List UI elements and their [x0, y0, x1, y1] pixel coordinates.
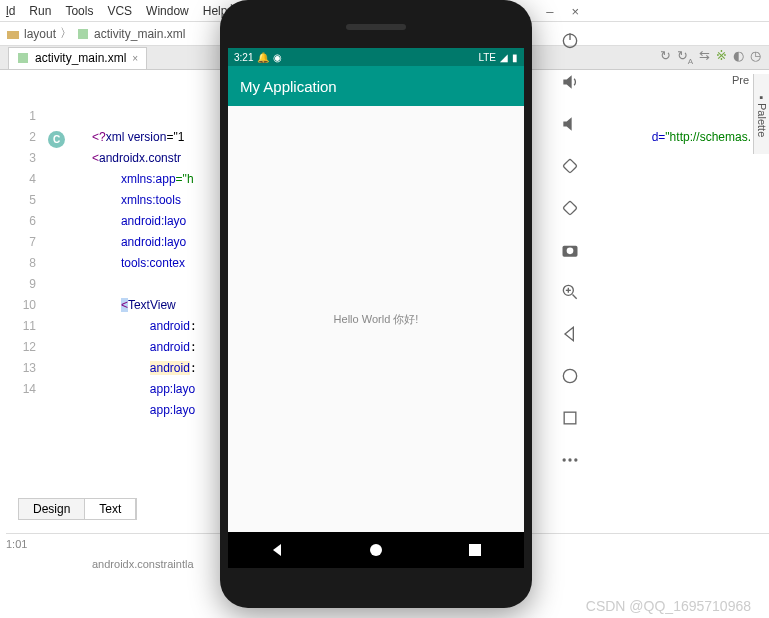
preview-panel-tab[interactable]: Pre [732, 74, 749, 86]
rotate-left-button[interactable] [558, 154, 582, 178]
svg-rect-0 [7, 31, 19, 39]
folder-icon [6, 27, 20, 41]
back-button[interactable] [558, 322, 582, 346]
minimize-button[interactable]: – [546, 4, 553, 19]
svg-point-18 [370, 544, 382, 556]
tab-text[interactable]: Text [85, 499, 136, 519]
nav-recent-icon[interactable] [467, 542, 483, 558]
file-tab-activity-main[interactable]: activity_main.xml × [8, 47, 147, 69]
refresh-a-icon[interactable]: ↻A [677, 48, 693, 66]
volume-down-button[interactable] [558, 112, 582, 136]
schema-fragment: d="http://schemas. [652, 130, 751, 144]
xml-file-icon [17, 52, 29, 64]
svg-rect-14 [564, 412, 576, 424]
nav-back-icon[interactable] [269, 542, 285, 558]
menu-tools[interactable]: Tools [65, 4, 93, 18]
bell-icon: 🔔 [257, 52, 269, 63]
app-content: Hello World 你好! [228, 106, 524, 532]
palette-panel-tab[interactable]: ▪ Palette [753, 74, 769, 154]
svg-point-13 [563, 369, 576, 382]
close-tab-icon[interactable]: × [132, 53, 138, 64]
watermark: CSDN @QQ_1695710968 [586, 598, 751, 614]
breadcrumb-layout[interactable]: layout [24, 27, 56, 41]
element-path: androidx.constraintla [92, 558, 194, 570]
tab-design[interactable]: Design [19, 499, 85, 519]
rotate-right-button[interactable] [558, 196, 582, 220]
battery-icon: ▮ [512, 52, 518, 63]
svg-point-16 [568, 458, 571, 461]
menu-vcs[interactable]: VCS [107, 4, 132, 18]
class-badge-icon: C [48, 131, 65, 148]
emulator-device: 3:21 🔔 ◉ LTE◢▮ My Application Hello Worl… [220, 0, 532, 608]
svg-rect-2 [18, 53, 28, 63]
breadcrumb-file[interactable]: activity_main.xml [94, 27, 185, 41]
close-window-button[interactable]: × [571, 4, 579, 19]
hello-text: Hello World 你好! [334, 312, 419, 327]
svg-line-10 [573, 295, 577, 299]
more-button[interactable] [558, 448, 582, 472]
menu-run[interactable]: Run [29, 4, 51, 18]
svg-rect-5 [563, 159, 577, 173]
menu-build[interactable]: ld [6, 4, 15, 18]
preview-toolbar: ↻ ↻A ⇆ ※ ◐ ◷ [660, 48, 761, 66]
refresh-icon[interactable]: ↻ [660, 48, 671, 66]
svg-rect-1 [78, 29, 88, 39]
app-bar: My Application [228, 66, 524, 106]
menu-window[interactable]: Window [146, 4, 189, 18]
zoom-button[interactable] [558, 280, 582, 304]
settings-icon[interactable]: ◐ [733, 48, 744, 66]
network-label: LTE [478, 52, 496, 63]
camera-button[interactable] [558, 238, 582, 262]
overview-button[interactable] [558, 406, 582, 430]
svg-point-15 [563, 458, 566, 461]
app-title: My Application [240, 78, 337, 95]
editor-mode-tabs: Design Text [18, 498, 137, 520]
phone-speaker [346, 24, 406, 30]
gauge-icon[interactable]: ◷ [750, 48, 761, 66]
android-nav-bar [228, 532, 524, 568]
bug-icon[interactable]: ※ [716, 48, 727, 66]
circle-icon: ◉ [273, 52, 282, 63]
device-screen[interactable]: 3:21 🔔 ◉ LTE◢▮ My Application Hello Worl… [228, 48, 524, 568]
volume-up-button[interactable] [558, 70, 582, 94]
svg-point-8 [567, 248, 574, 255]
home-button[interactable] [558, 364, 582, 388]
signal-icon: ◢ [500, 52, 508, 63]
status-time: 3:21 [234, 52, 253, 63]
android-status-bar: 3:21 🔔 ◉ LTE◢▮ [228, 48, 524, 66]
svg-rect-6 [563, 201, 577, 215]
xml-file-icon [76, 27, 90, 41]
sync-icon[interactable]: ⇆ [699, 48, 710, 66]
code-content: <?xml version="1 <androidx.constr xmlns:… [92, 106, 197, 421]
emulator-toolbar [550, 28, 590, 472]
svg-rect-19 [469, 544, 481, 556]
line-gutter: 1234567891011121314 [0, 106, 42, 400]
power-button[interactable] [558, 28, 582, 52]
nav-home-icon[interactable] [368, 542, 384, 558]
svg-point-17 [574, 458, 577, 461]
